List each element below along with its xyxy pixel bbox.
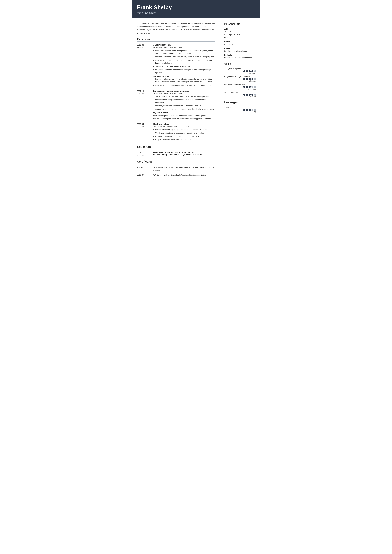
skills-title: Skills [224, 62, 256, 65]
key-achievements-title-2: Key achievement: [153, 112, 215, 114]
exp-bullet: Supervised and assigned work to apprenti… [155, 59, 215, 64]
key-achievement-paragraph-2: Installed energy saving devices which re… [153, 114, 215, 120]
exp-bullet: Installed and repair electrical systems,… [155, 55, 215, 58]
exp-job-title-3: Electrical helper [153, 123, 215, 125]
experience-entry-3: 2003-04 -2007-08 Electrical helper Trade… [137, 123, 215, 142]
exp-bullet: Installed, maintained and repaired switc… [155, 104, 215, 107]
skill-name-2: Programmable Logic Controllers [224, 76, 256, 78]
edu-degree-1: Associate of Science in Electrical Techn… [153, 151, 215, 153]
summary-text: Dependable master electrician with 10+ y… [137, 22, 215, 35]
dot [249, 94, 251, 96]
lang-name-1: Spanish [224, 106, 256, 109]
skill-level-1: Advanced [224, 72, 256, 74]
skill-name-4: Wiring diagrams [224, 91, 256, 93]
dot [246, 70, 248, 72]
experience-title: Experience [137, 38, 215, 41]
exp-company-2: Mosaic Life Claire, St Joseph, MO [153, 92, 215, 94]
skill-entry-1: Analyzing blueprints Advanced [224, 68, 256, 74]
skill-dots-row-3 [224, 86, 256, 88]
languages-divider [224, 104, 256, 105]
exp-job-title-1: Master electrician [153, 44, 215, 46]
dot [249, 109, 251, 111]
exp-bullet: Used measuring tools to measure and cut … [155, 132, 215, 134]
email-value: francis.s.shelby@gmail.com [224, 50, 256, 53]
skill-entry-3: Industrial control systems Intermediate [224, 83, 256, 90]
education-entry-1: 2005-10 -2007-07 Associate of Science in… [137, 151, 215, 157]
key-achievement: Supervised an internal training program,… [155, 84, 215, 87]
exp-bullet: Assisted in maintaining electrical tools… [155, 135, 215, 138]
cert-entry-2: 2010-07 ALA Certified Lighting Consultan… [137, 173, 215, 176]
exp-company-3: Tradesman International, Overland Park, … [153, 125, 215, 127]
language-entry-1: Spanish B2 [224, 106, 256, 113]
dot [243, 94, 245, 96]
languages-section: Languages Spanish B2 [224, 101, 256, 113]
exp-content-1: Master electrician Mosaic Life Claire, S… [153, 44, 215, 87]
key-achievements-title-1: Key achievements: [153, 75, 215, 77]
skill-name-1: Analyzing blueprints [224, 68, 256, 70]
personal-info-section: Personal Info Address 2823 Olive St St J… [224, 22, 256, 59]
lang-level-1: B2 [224, 111, 256, 113]
education-divider [137, 149, 215, 149]
applicant-title: Master Electrician [137, 11, 255, 14]
lang-dots-1 [243, 109, 256, 111]
certificates-title: Certificates [137, 160, 215, 163]
exp-content-2: Journeyman maintenance electrician Mosai… [153, 90, 215, 120]
skill-dots-1 [243, 70, 256, 72]
cert-date-2: 2010-07 [137, 173, 153, 176]
dot [252, 86, 253, 88]
skill-name-3: Industrial control systems [224, 83, 256, 85]
cert-content-2: ALA Certified Lighting Consultant (Ameri… [153, 173, 215, 176]
exp-date-1: 2012-03 -present [137, 44, 153, 87]
exp-bullet: Helped with installing wiring and condui… [155, 128, 215, 131]
dot [254, 78, 256, 80]
cert-date-1: 2016-01 [137, 166, 153, 172]
edu-content-1: Associate of Science in Electrical Techn… [153, 151, 215, 157]
resume-header: Frank Shelby Master Electrician [132, 0, 260, 18]
personal-info-divider [224, 26, 256, 26]
exp-company-1: Mosaic Life Claire, St Joseph, MO [153, 46, 215, 48]
exp-bullet: Prepared cost estimates for materials an… [155, 138, 215, 141]
left-column: Dependable master electrician with 10+ y… [132, 18, 220, 185]
skill-dots-row-4 [224, 94, 256, 96]
certificates-section: Certificates 2016-01 Certified Electrica… [137, 160, 215, 176]
dot [246, 109, 248, 111]
edu-school-1: Johnson County Community College, Overla… [153, 153, 215, 156]
certificates-divider [137, 164, 215, 164]
dot [243, 109, 245, 111]
key-achievements-list-1: Increased efficiency by 33% by identifyi… [153, 78, 215, 87]
exp-bullet: Troubleshot and maintained electrical wo… [155, 96, 215, 104]
applicant-name: Frank Shelby [137, 5, 255, 11]
address-line3: USA [224, 36, 256, 39]
dot [243, 70, 245, 72]
experience-section: Experience 2012-03 -present Master elect… [137, 38, 215, 142]
skill-level-3: Intermediate [224, 88, 256, 90]
key-achievement: Increased efficiency by 33% by identifyi… [155, 78, 215, 83]
dot [249, 86, 251, 88]
dot [249, 78, 251, 80]
exp-bullets-3: Helped with installing wiring and condui… [153, 128, 215, 141]
dot [254, 86, 256, 88]
email-label: E-mail [224, 47, 256, 49]
skill-dots-row-2 [224, 78, 256, 80]
address-line1: 2823 Olive St [224, 30, 256, 33]
cert-content-1: Certified Electrical Inspector - Master … [153, 166, 215, 172]
exp-date-3: 2003-04 -2007-08 [137, 123, 153, 142]
exp-content-3: Electrical helper Tradesman Internationa… [153, 123, 215, 142]
right-column: Personal Info Address 2823 Olive St St J… [220, 18, 260, 185]
exp-bullet: Interpreted contract plans and specifica… [155, 49, 215, 55]
skills-section: Skills Analyzing blueprints Advanced Pro… [224, 62, 256, 98]
skill-dots-3 [243, 86, 256, 88]
address-line2: St Joseph, MO 64507 [224, 33, 256, 36]
dot [246, 78, 248, 80]
exp-bullets-1: Interpreted contract plans and specifica… [153, 49, 215, 74]
dot [246, 94, 248, 96]
dot [252, 109, 253, 111]
exp-job-title-2: Journeyman maintenance electrician [153, 90, 215, 92]
experience-entry-2: 2007-10 -2012-02 Journeyman maintenance … [137, 90, 215, 120]
dot [249, 70, 251, 72]
dot [243, 86, 245, 88]
dot [254, 94, 256, 96]
linkedin-label: LinkedIn [224, 54, 256, 56]
education-title: Education [137, 145, 215, 149]
exp-bullet: Carried out preventive maintenance on el… [155, 108, 215, 111]
